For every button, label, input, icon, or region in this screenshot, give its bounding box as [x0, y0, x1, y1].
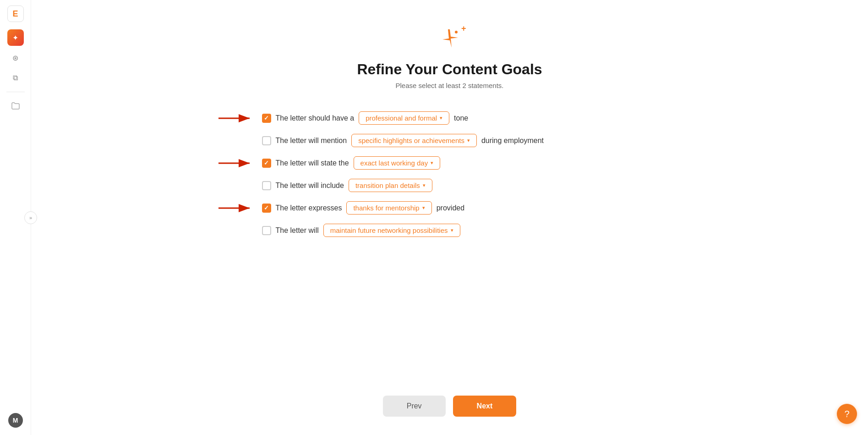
chevron-down-icon: ▾	[467, 138, 470, 143]
statement-row-transition: The letter will includetransition plan d…	[262, 179, 638, 192]
arrow-lastday	[218, 156, 255, 170]
statement-row-lastday: The letter will state theexact last work…	[262, 156, 638, 170]
svg-point-0	[455, 31, 458, 33]
statement-prefix-mentorship: The letter expresses	[276, 204, 342, 212]
page-subtitle: Please select at least 2 statements.	[396, 82, 504, 89]
statement-prefix-lastday: The letter will state the	[276, 159, 349, 167]
next-button[interactable]: Next	[453, 396, 517, 417]
statement-suffix-tone: tone	[454, 114, 468, 122]
statement-row-networking: The letter willmaintain future networkin…	[262, 224, 638, 237]
dropdown-transition[interactable]: transition plan details▾	[349, 179, 432, 192]
statement-prefix-highlights: The letter will mention	[276, 137, 347, 145]
user-avatar[interactable]: M	[8, 413, 23, 428]
sparkle-icon	[439, 28, 461, 54]
bottom-bar: Prev Next	[383, 396, 517, 417]
dropdown-mentorship[interactable]: thanks for mentorship▾	[346, 201, 431, 215]
app-logo[interactable]: E	[7, 6, 24, 22]
magic-nav-icon[interactable]: ✦	[7, 29, 24, 46]
checkbox-tone[interactable]	[262, 114, 271, 123]
document-nav-icon[interactable]: ⧉	[7, 70, 24, 86]
sidebar: E ✦ ⊛ ⧉ » M	[0, 0, 31, 435]
sidebar-divider	[6, 92, 25, 92]
arrow-tone	[218, 111, 255, 125]
statements-list: The letter should have aprofessional and…	[262, 111, 638, 237]
page-title: Refine Your Content Goals	[357, 61, 542, 78]
checkbox-networking[interactable]	[262, 226, 271, 235]
checkbox-lastday[interactable]	[262, 159, 271, 168]
dropdown-tone[interactable]: professional and formal▾	[359, 111, 449, 125]
statement-prefix-transition: The letter will include	[276, 182, 344, 190]
checkbox-transition[interactable]	[262, 181, 271, 190]
chevron-down-icon: ▾	[423, 182, 426, 188]
chevron-down-icon: ▾	[422, 205, 425, 211]
dropdown-lastday[interactable]: exact last working day▾	[354, 156, 441, 170]
checkbox-mentorship[interactable]	[262, 204, 271, 213]
chevron-down-icon: ▾	[451, 227, 453, 233]
statement-row-tone: The letter should have aprofessional and…	[262, 111, 638, 125]
chevron-down-icon: ▾	[431, 160, 433, 166]
statement-suffix-highlights: during employment	[481, 137, 544, 145]
statement-row-mentorship: The letter expressesthanks for mentorshi…	[262, 201, 638, 215]
webhook-nav-icon[interactable]: ⊛	[7, 50, 24, 66]
arrow-mentorship	[218, 201, 255, 215]
dropdown-highlights[interactable]: specific highlights or achievements▾	[351, 134, 477, 147]
dropdown-networking[interactable]: maintain future networking possibilities…	[323, 224, 460, 237]
statement-row-highlights: The letter will mentionspecific highligh…	[262, 134, 638, 147]
support-button[interactable]: ?	[837, 404, 857, 424]
sidebar-collapse-button[interactable]: »	[24, 211, 37, 224]
chevron-down-icon: ▾	[440, 115, 442, 121]
folder-icon[interactable]	[7, 98, 24, 114]
statement-prefix-networking: The letter will	[276, 226, 319, 235]
checkbox-highlights[interactable]	[262, 136, 271, 145]
prev-button[interactable]: Prev	[383, 396, 446, 417]
statement-suffix-mentorship: provided	[437, 204, 464, 212]
main-content: Refine Your Content Goals Please select …	[31, 0, 868, 435]
statement-prefix-tone: The letter should have a	[276, 114, 355, 122]
